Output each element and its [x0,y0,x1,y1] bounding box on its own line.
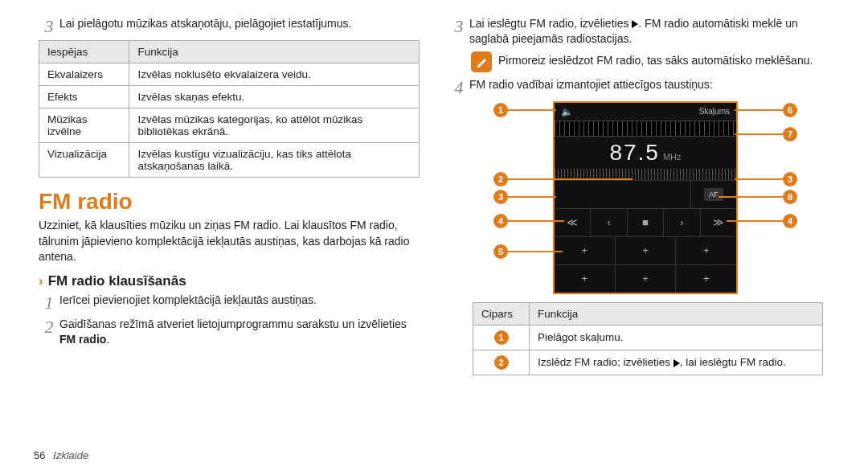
callout-7: 7 [783,127,797,141]
callout-1: 1 [493,103,508,117]
step-4: 4 FM radio vadībai izmantojiet attiecīgo… [448,77,829,96]
callout-8: 8 [783,190,797,204]
frequency-display: 87.5MHz [555,137,736,169]
table-row: 2 Izslēdz FM radio; izvēlieties , lai ie… [473,350,823,375]
step-2: 2 Gaidīšanas režīmā atveriet lietojumpro… [39,317,420,347]
add-preset-icon: + [676,237,736,264]
step-text: Lai pielāgotu mūzikas atskaņotāju, pielā… [59,16,420,31]
next-icon: › [664,209,700,236]
callout-table: Cipars Funkcija 1 Pielāgot skaļumu. 2 Iz… [473,302,823,375]
step-3-right: 3 Lai ieslēgtu FM radio, izvēlieties . F… [448,16,829,47]
callout-5: 5 [493,244,508,259]
tuning-dial [555,121,736,137]
fm-screen: 🔈 Skaļums 87.5MHz AF ≪ ‹ ■ › ≫ + + [553,101,738,294]
info-row: AF [555,180,736,208]
add-preset-icon: + [555,237,616,264]
add-preset-icon: + [676,265,736,293]
note: Pirmoreiz ieslēdzot FM radio, tas sāks a… [471,51,829,72]
preset-row-2: + + + [555,264,736,293]
stop-icon: ■ [628,209,664,236]
add-preset-icon: + [555,265,616,293]
table-row: Vizualizācija Izvēlas kustīgu vizualizāc… [39,143,420,178]
play-icon [674,359,680,367]
note-icon [471,51,492,72]
fm-radio-screenshot: 🔈 Skaļums 87.5MHz AF ≪ ‹ ■ › ≫ + + [513,101,778,294]
callout-4: 4 [493,214,508,228]
page-footer: 56 Izklaide [34,449,88,461]
subheading-listen: › FM radio klausīšanās [39,273,420,289]
section-name: Izklaide [53,449,88,461]
af-badge: AF [704,188,723,201]
col-header-function: Funkcija [129,41,420,63]
callout-4: 4 [783,214,797,228]
col-header-options: Iespējas [39,41,129,63]
page-number: 56 [34,449,45,461]
table-row: 1 Pielāgot skaļumu. [473,325,823,350]
preset-row-1: + + + [555,236,736,264]
prev-seek-icon: ≪ [555,209,591,236]
left-column: 3 Lai pielāgotu mūzikas atskaņotāju, pie… [24,16,434,463]
next-seek-icon: ≫ [701,209,736,236]
control-row: ≪ ‹ ■ › ≫ [555,208,736,236]
callout-3: 3 [783,172,797,186]
add-preset-icon: + [616,265,677,293]
col-header-function: Funkcija [530,302,823,325]
step-3-left: 3 Lai pielāgotu mūzikas atskaņotāju, pie… [39,16,420,35]
fm-radio-intro: Uzziniet, kā klausīties mūziku un ziņas … [39,218,420,265]
col-header-number: Cipars [473,302,530,325]
callout-2: 2 [493,172,508,186]
options-table: Iespējas Funkcija Ekvalaizers Izvēlas no… [39,40,420,178]
step-1: 1 Ierīcei pievienojiet komplektācijā iek… [39,293,420,312]
speaker-icon: 🔈 [561,106,573,117]
chevron-icon: › [39,273,43,289]
section-heading-fm-radio: FM radio [39,189,420,215]
step-number: 3 [39,16,59,35]
right-column: 3 Lai ieslēgtu FM radio, izvēlieties . F… [434,16,844,463]
callout-6: 6 [783,103,797,117]
callout-3: 3 [493,190,508,204]
table-row: Ekvalaizers Izvēlas noklusēto ekvalaizer… [39,63,420,86]
table-row: Efekts Izvēlas skaņas efektu. [39,86,420,109]
table-row: Mūzikas izvēlne Izvēlas mūzikas kategori… [39,109,420,143]
status-text: Skaļums [699,107,730,116]
prev-icon: ‹ [591,209,627,236]
add-preset-icon: + [616,237,677,264]
